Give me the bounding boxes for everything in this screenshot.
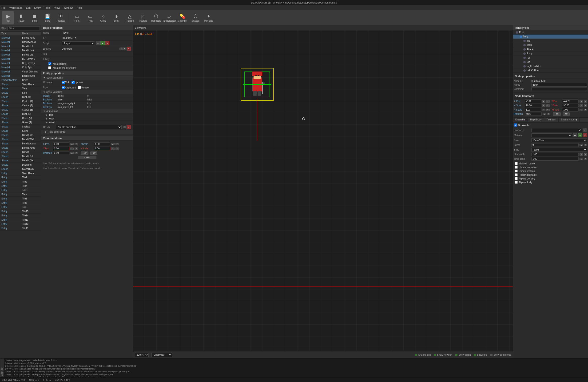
- vt-xpos-input[interactable]: [53, 142, 69, 146]
- nt-xsize-input[interactable]: [525, 104, 541, 107]
- pass-select[interactable]: DrawColor: [531, 138, 587, 142]
- vt-yscale-up[interactable]: ▲: [111, 148, 115, 150]
- tool-triangle2[interactable]: ◸ Triangle: [137, 11, 149, 24]
- list-item[interactable]: MaterialBG_Layer_2: [0, 61, 41, 65]
- script-select[interactable]: Player: [62, 42, 95, 45]
- render-tree-item[interactable]: Body: [513, 35, 588, 39]
- list-item[interactable]: ShapeGrass (2): [0, 116, 41, 120]
- list-item[interactable]: ShapeGrass (1): [0, 120, 41, 125]
- tool-semi[interactable]: ◗ Semi: [110, 11, 123, 24]
- drawable-icon-1[interactable]: ▼: [583, 128, 587, 132]
- nt-yscale-up[interactable]: ▲: [580, 109, 583, 111]
- vt-xpos-up[interactable]: ▲: [70, 143, 74, 145]
- tab-text-item[interactable]: Text Item: [544, 118, 559, 122]
- menu-tools[interactable]: Tools: [44, 6, 51, 9]
- list-item[interactable]: ShapeStoneBlock: [0, 82, 41, 86]
- viewport-canvas[interactable]: 145.83, 23.33: [133, 30, 513, 351]
- nt-rotation-input[interactable]: [525, 112, 542, 116]
- tool-stop[interactable]: ⏹ Stop: [28, 11, 41, 24]
- vt-reset[interactable]: Reset: [78, 156, 96, 159]
- drawable-checkbox[interactable]: [515, 181, 518, 184]
- list-item[interactable]: ShapeBandit Idle: [0, 133, 41, 137]
- list-item[interactable]: ShapeStone: [0, 129, 41, 133]
- vt-rotation-down[interactable]: ▼: [75, 152, 78, 154]
- keyboard-checkbox[interactable]: [62, 86, 65, 89]
- drawable-checkbox[interactable]: [515, 162, 518, 165]
- kill-lifetime-checkbox[interactable]: [48, 62, 51, 65]
- render-tree-item[interactable]: Walk: [513, 43, 588, 47]
- tool-pause[interactable]: ⏸ Pause: [15, 11, 27, 24]
- tool-parallelogram[interactable]: ▱ Parallelogram: [163, 11, 175, 24]
- filter-input[interactable]: [7, 26, 40, 30]
- script-btn-3[interactable]: ✕: [105, 41, 109, 45]
- list-item[interactable]: EntityTile3: [0, 188, 41, 192]
- kill-scene-checkbox[interactable]: [48, 66, 51, 69]
- vt-rotation-up[interactable]: ▲: [70, 152, 74, 154]
- list-item[interactable]: ShapeStoneBlock: [0, 167, 41, 171]
- nt-rot-plus[interactable]: +90°: [553, 112, 561, 116]
- list-item[interactable]: EntityTile2: [0, 180, 41, 184]
- layer-down[interactable]: ▼: [584, 144, 587, 146]
- nt-ypos-down[interactable]: ▼: [584, 100, 587, 103]
- vt-yscale-down[interactable]: ▼: [115, 148, 119, 150]
- drawable-checkbox[interactable]: [515, 170, 518, 172]
- nt-yscale-down[interactable]: ▼: [584, 109, 587, 111]
- nt-ypos-up[interactable]: ▲: [580, 100, 583, 103]
- tool-particles[interactable]: ✦ Particles: [203, 11, 215, 24]
- mouse-checkbox[interactable]: [78, 86, 81, 89]
- menu-file[interactable]: File: [1, 6, 6, 9]
- mat-icon-3[interactable]: ✕: [583, 133, 587, 137]
- list-item[interactable]: ShapeCactus (2): [0, 104, 41, 108]
- layer-up[interactable]: ▲: [580, 144, 583, 146]
- tool-circle[interactable]: ○ Circle: [97, 11, 109, 24]
- nt-yscale-input[interactable]: [562, 108, 579, 111]
- nt-rot-down[interactable]: ▼: [547, 113, 550, 115]
- linewidth-down[interactable]: ▼: [584, 153, 587, 156]
- drawable-checkbox[interactable]: [515, 177, 518, 180]
- nt-xscale-input[interactable]: [525, 108, 541, 111]
- event-log-content[interactable]: [20:40:41:483] [engine] FBO packed depth…: [4, 359, 588, 377]
- list-item[interactable]: MaterialBG_Layer_1: [0, 57, 41, 61]
- list-item[interactable]: EntityTile6: [0, 205, 41, 209]
- nt-xpos-input[interactable]: [525, 100, 541, 103]
- list-item[interactable]: ShapeBandit Fall: [0, 154, 41, 159]
- list-item[interactable]: ShapeBandit Jump: [0, 146, 41, 150]
- material-select[interactable]: [531, 133, 572, 137]
- list-item[interactable]: MaterialBandit Attack: [0, 40, 41, 44]
- menu-help[interactable]: Help: [77, 6, 82, 9]
- lifetime-delete[interactable]: ✕: [126, 46, 131, 51]
- timescale-input[interactable]: [531, 157, 579, 161]
- render-tree-item[interactable]: Left Collider: [513, 68, 588, 73]
- zoom-select[interactable]: 120 % 100 % 80 % 50 %: [135, 353, 149, 357]
- vt-rotation-input[interactable]: [53, 151, 69, 155]
- nt-rot-minus[interactable]: -90°: [563, 112, 570, 116]
- nt-xpos-up[interactable]: ▲: [542, 100, 546, 103]
- animation-item[interactable]: ▶Attack: [41, 121, 133, 125]
- tool-save[interactable]: 💾 Save: [42, 11, 54, 24]
- script-btn-2[interactable]: ●: [101, 41, 105, 45]
- nt-ypos-input[interactable]: [562, 100, 579, 103]
- list-item[interactable]: EntityTile14: [0, 213, 41, 218]
- tab-spatial-node[interactable]: Spatial Node ◀: [559, 118, 580, 122]
- vt-xscale-up[interactable]: ▲: [111, 143, 115, 145]
- linewidth-input[interactable]: [531, 153, 579, 156]
- menu-window[interactable]: Window: [63, 6, 73, 9]
- script-callbacks-section[interactable]: ▼ Script callbacks: [41, 76, 133, 80]
- vt-yscale-input[interactable]: [94, 147, 110, 150]
- vt-rot-minus[interactable]: -90°: [90, 151, 98, 155]
- tool-rect2[interactable]: ▭ Rect: [84, 11, 96, 24]
- lifetime-down[interactable]: ▼: [123, 47, 126, 50]
- render-tree-item[interactable]: Root: [513, 30, 588, 35]
- lifetime-up[interactable]: ▲: [120, 47, 123, 50]
- render-tree-item[interactable]: Idle: [513, 39, 588, 43]
- menu-edit[interactable]: Edit: [26, 6, 31, 9]
- list-item[interactable]: EntityTile7: [0, 201, 41, 205]
- timescale-up[interactable]: ▲: [580, 158, 583, 160]
- drawable-select[interactable]: [531, 128, 582, 132]
- vt-xscale-down[interactable]: ▼: [115, 143, 119, 145]
- nt-ysize-down[interactable]: ▼: [584, 105, 587, 107]
- tick-checkbox[interactable]: [62, 81, 65, 84]
- drawable-checkbox[interactable]: [515, 166, 518, 169]
- list-item[interactable]: EntityTile13: [0, 218, 41, 222]
- vt-ypos-down[interactable]: ▼: [75, 148, 78, 150]
